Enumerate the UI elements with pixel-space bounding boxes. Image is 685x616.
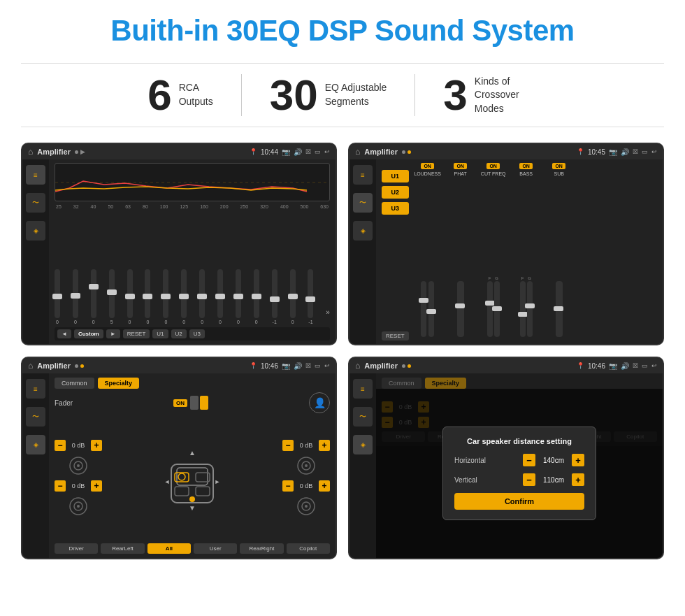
amp-reset[interactable]: RESET xyxy=(382,331,409,341)
eq-curve-svg xyxy=(55,164,329,201)
vertical-minus[interactable]: − xyxy=(523,473,535,486)
fader-slider-visual xyxy=(190,396,199,410)
eq-slider-13[interactable]: -1 xyxy=(272,269,277,324)
back-icon-3[interactable]: ↩ xyxy=(324,362,330,369)
battery-icon-2: ▭ xyxy=(642,148,648,155)
eq-slider-9[interactable]: 0 xyxy=(199,269,205,324)
bass-g-slider[interactable] xyxy=(527,281,533,337)
fader-lb-plus[interactable]: + xyxy=(91,480,102,492)
sub-toggle[interactable]: ON xyxy=(552,163,565,169)
btn-rearleft[interactable]: RearLeft xyxy=(101,543,144,554)
eq-reset-btn[interactable]: RESET xyxy=(123,329,150,338)
wave-icon[interactable]: 〜 xyxy=(26,193,45,213)
btn-all[interactable]: All xyxy=(147,543,191,554)
dialog-overlay: Car speaker distance setting Horizontal … xyxy=(376,389,663,558)
fader-rb-plus[interactable]: + xyxy=(319,480,330,492)
eq-u1-btn[interactable]: U1 xyxy=(152,329,168,338)
wave-icon-3[interactable]: 〜 xyxy=(26,407,45,427)
speaker-icon-3[interactable]: ◈ xyxy=(26,435,45,454)
screen3-body: ≡ 〜 ◈ Common Specialty Fader ON xyxy=(22,373,336,558)
confirm-button[interactable]: Confirm xyxy=(454,493,584,510)
eq-custom-btn[interactable]: Custom xyxy=(74,329,103,338)
wave-icon-2[interactable]: 〜 xyxy=(353,193,373,213)
screen4-app-name: Amplifier xyxy=(364,361,398,370)
eq-icon-4[interactable]: ≡ xyxy=(353,379,373,399)
stat-rca-number: 6 xyxy=(147,73,171,117)
tab-specialty[interactable]: Specialty xyxy=(98,378,140,389)
eq-slider-12[interactable]: 0 xyxy=(254,269,259,324)
fader-lb-minus[interactable]: − xyxy=(55,480,66,492)
screen2-body: ≡ 〜 ◈ U1 U2 U3 RESET ON xyxy=(349,159,663,344)
freq-labels: 25 32 40 50 63 80 100 125 160 200 250 32… xyxy=(55,204,330,209)
screen2-app-name: Amplifier xyxy=(364,148,398,156)
eq-slider-15[interactable]: -1 xyxy=(308,269,313,324)
back-icon-2[interactable]: ↩ xyxy=(651,148,657,155)
vertical-stepper: − 110cm + xyxy=(523,473,584,486)
camera-icon: 📷 xyxy=(282,148,290,156)
eq-slider-5[interactable]: 0 xyxy=(127,269,133,324)
phat-toggle[interactable]: ON xyxy=(454,163,467,169)
tab-common[interactable]: Common xyxy=(55,378,94,389)
eq-next-btn[interactable]: ► xyxy=(106,329,120,338)
vertical-plus[interactable]: + xyxy=(572,473,584,486)
preset-u2[interactable]: U2 xyxy=(382,186,409,199)
eq-slider-10[interactable]: 0 xyxy=(217,269,223,324)
eq-slider-8[interactable]: 0 xyxy=(181,269,187,324)
fader-lt-minus[interactable]: − xyxy=(55,440,66,451)
speaker-icon-4[interactable]: ◈ xyxy=(353,435,373,454)
screen4-time: 10:46 xyxy=(588,362,605,370)
speaker-icon[interactable]: ◈ xyxy=(26,221,45,241)
stat-eq-label: EQ AdjustableSegments xyxy=(325,81,387,108)
fader-rb-minus[interactable]: − xyxy=(282,480,294,492)
eq-slider-7[interactable]: 0 xyxy=(163,269,168,324)
sub-slider[interactable] xyxy=(556,281,563,337)
preset-u1[interactable]: U1 xyxy=(382,170,409,182)
back-icon-4[interactable]: ↩ xyxy=(651,362,657,369)
home-icon-3[interactable]: ⌂ xyxy=(28,361,33,371)
btn-rearright[interactable]: RearRight xyxy=(240,543,283,554)
btn-user[interactable]: User xyxy=(194,543,237,554)
eq-icon[interactable]: ≡ xyxy=(26,165,45,185)
phat-slider[interactable] xyxy=(457,281,464,337)
horizontal-plus[interactable]: + xyxy=(572,454,584,466)
fader-lt-plus[interactable]: + xyxy=(91,440,102,451)
cutfreq-g-slider[interactable] xyxy=(494,281,500,337)
home-icon-4[interactable]: ⌂ xyxy=(355,361,360,371)
horizontal-minus[interactable]: − xyxy=(523,454,535,466)
eq-slider-2[interactable]: 0 xyxy=(73,269,78,324)
eq-slider-1[interactable]: 0 xyxy=(55,269,60,324)
wave-icon-4[interactable]: 〜 xyxy=(353,407,373,427)
bass-f-slider[interactable] xyxy=(520,281,526,337)
eq-slider-4[interactable]: 5 xyxy=(109,269,115,324)
battery-icon: ▭ xyxy=(315,148,321,155)
eq-slider-3[interactable]: 0 xyxy=(91,269,96,324)
eq-u3-btn[interactable]: U3 xyxy=(189,329,205,338)
preset-u3[interactable]: U3 xyxy=(382,202,409,215)
loudness-toggle[interactable]: ON xyxy=(421,163,434,169)
stats-row: 6 RCAOutputs 30 EQ AdjustableSegments 3 … xyxy=(21,63,664,127)
home-icon-2[interactable]: ⌂ xyxy=(355,147,360,157)
fader-rt-plus[interactable]: + xyxy=(319,440,330,451)
horizontal-stepper: − 140cm + xyxy=(523,454,584,466)
eq-slider-14[interactable]: 0 xyxy=(290,269,296,324)
fader-rt-minus[interactable]: − xyxy=(282,440,294,451)
slider-track-1 xyxy=(55,269,60,318)
loudness-slider2[interactable] xyxy=(428,281,434,337)
back-icon[interactable]: ↩ xyxy=(324,148,330,155)
home-icon[interactable]: ⌂ xyxy=(28,147,33,157)
fader-user-icon[interactable]: 👤 xyxy=(309,392,330,413)
eq-icon-3[interactable]: ≡ xyxy=(26,379,45,399)
bass-toggle[interactable]: ON xyxy=(519,163,533,169)
eq-prev-btn[interactable]: ◄ xyxy=(57,329,71,338)
amp-cutfreq: ON CUT FREQ F G xyxy=(479,163,508,341)
eq-u2-btn[interactable]: U2 xyxy=(171,329,187,338)
cutfreq-toggle[interactable]: ON xyxy=(486,163,500,169)
eq-slider-11[interactable]: 0 xyxy=(236,269,241,324)
btn-driver[interactable]: Driver xyxy=(55,543,98,554)
loudness-slider[interactable] xyxy=(421,281,426,337)
eq-slider-6[interactable]: 0 xyxy=(145,269,150,324)
distance-dialog: Car speaker distance setting Horizontal … xyxy=(442,427,596,520)
btn-copilot[interactable]: Copilot xyxy=(287,543,330,554)
eq-icon-2[interactable]: ≡ xyxy=(353,165,373,185)
speaker-icon-2[interactable]: ◈ xyxy=(353,221,373,241)
